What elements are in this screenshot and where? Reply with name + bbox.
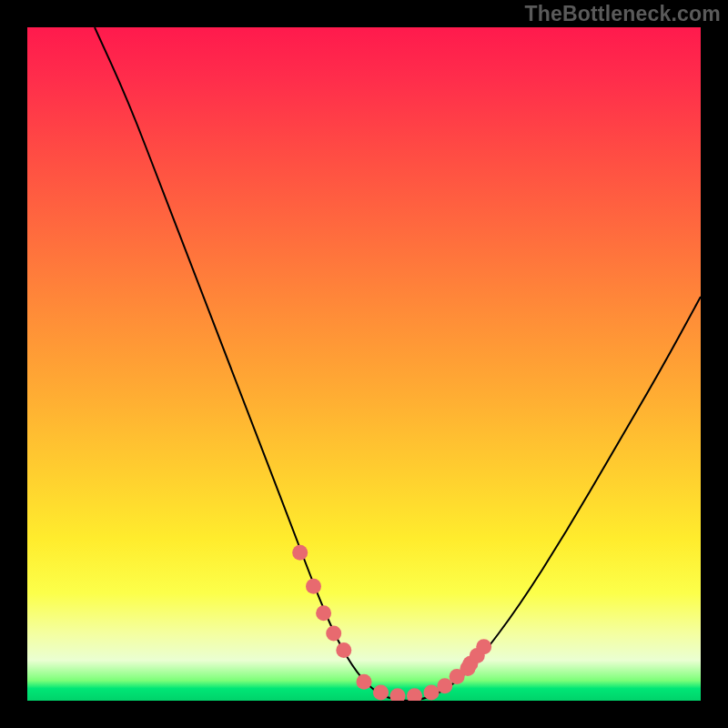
marker-dot — [336, 642, 351, 658]
chart-container: TheBottleneck.com — [0, 0, 728, 728]
marker-dot — [357, 674, 372, 690]
marker-dot — [326, 626, 341, 642]
marker-dot — [424, 685, 440, 701]
marker-dot — [407, 688, 422, 701]
marker-dot — [390, 688, 406, 701]
highlight-markers — [292, 545, 491, 701]
marker-dot — [373, 685, 389, 701]
bottleneck-curve — [95, 27, 701, 701]
curve-layer — [27, 27, 701, 701]
plot-area — [27, 27, 701, 701]
marker-dot — [316, 605, 331, 621]
marker-dot — [292, 545, 308, 561]
watermark-text: TheBottleneck.com — [524, 2, 721, 26]
marker-dot — [306, 579, 321, 594]
marker-dot — [476, 639, 491, 654]
marker-dot — [437, 678, 452, 693]
